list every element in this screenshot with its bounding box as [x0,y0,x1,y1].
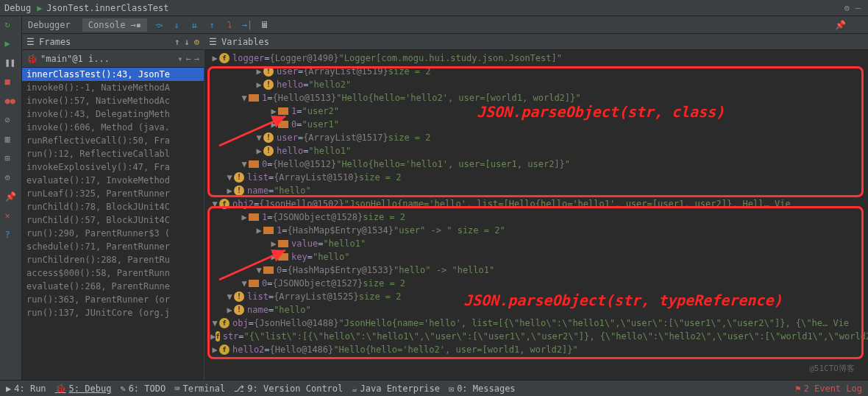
stack-frame[interactable]: schedule():71, ParentRunner [22,240,204,253]
frame-prev-icon[interactable]: ← [186,54,191,64]
evaluate-icon[interactable]: 🖩 [259,19,271,31]
drop-frame-icon[interactable]: ⤵ [224,19,235,31]
stack-frame[interactable]: run():12, ReflectiveCallabl [22,147,204,160]
stack-frame[interactable]: evaluate():17, InvokeMethod [22,174,204,187]
console-tab[interactable]: Console →▪ [82,18,147,32]
resume-icon[interactable]: ▶ [5,38,17,50]
prev-frame-icon[interactable]: ↑ [174,37,179,47]
todo-tool-window[interactable]: ✎ 6: TODO [120,383,166,394]
variable-row[interactable]: ▶!hello = "hello2" [204,78,868,91]
stack-frame[interactable]: access$000():58, ParentRunn [22,266,204,280]
expand-arrow-icon[interactable]: ▶ [210,343,219,356]
next-frame-icon[interactable]: ↓ [185,37,190,47]
expand-arrow-icon[interactable]: ▼ [240,158,249,171]
expand-arrow-icon[interactable]: ▶ [210,52,219,65]
stack-frame[interactable]: evaluate():268, ParentRunne [22,280,204,293]
mute-breakpoints-icon[interactable]: ⊘ [5,115,17,127]
layout-icon[interactable]: ▦ [5,134,17,146]
variable-row[interactable]: ▼1 = {Hello@1513} "Hello{hello='hello2',… [204,91,868,105]
settings-icon[interactable]: ⚙ [844,3,850,13]
restore-layout-icon[interactable]: ⊞ [5,153,17,165]
rerun-icon[interactable]: ↻ [5,19,17,31]
force-step-into-icon[interactable]: ⇊ [188,19,200,31]
variable-row[interactable]: ▶value = "hello1" [204,237,868,250]
expand-arrow-icon[interactable]: ▼ [255,264,263,277]
variable-row[interactable]: ▶1 = {JSONObject@1528} size = 2 [204,211,868,224]
expand-arrow-icon[interactable]: ▼ [255,131,263,144]
expand-arrow-icon[interactable]: ▶ [255,224,263,237]
variable-row[interactable]: ▼0 = {HashMap$Entry@1533} "hello" -> "he… [204,264,868,277]
variable-row[interactable]: ▶flogger = {Logger@1490} "Logger[com.mog… [204,52,868,65]
stack-frame[interactable]: runChildren():288, ParentRu [22,253,204,266]
expand-arrow-icon[interactable]: ▶ [255,78,263,91]
expand-arrow-icon[interactable]: ▼ [240,277,249,290]
run-tool-window[interactable]: ▶ 4: Run [6,383,46,394]
stack-frame[interactable]: runChild():57, BlockJUnit4C [22,213,204,227]
stack-frame[interactable]: invoke0():-1, NativeMethodA [22,81,204,94]
stack-frame[interactable]: run():363, ParentRunner (or [22,293,204,306]
expand-arrow-icon[interactable]: ▶ [269,237,278,250]
terminal-tool-window[interactable]: ⌨ Terminal [174,383,225,394]
stack-frame[interactable]: run():137, JUnitCore (org.j [22,306,204,319]
expand-arrow-icon[interactable]: ▶ [240,211,249,224]
variable-row[interactable]: ▼0 = {Hello@1512} "Hello{hello='hello1',… [204,158,868,171]
stack-frame[interactable]: invoke():43, DelegatingMeth [22,107,204,121]
javaee-tool-window[interactable]: ☕ Java Enterprise [352,383,440,394]
close-icon[interactable]: ✕ [5,211,17,222]
expand-arrow-icon[interactable]: ▼ [210,197,219,211]
debugger-tab[interactable]: Debugger [22,18,77,32]
expand-arrow-icon[interactable]: ▼ [225,171,234,184]
expand-arrow-icon[interactable]: ▶ [255,65,263,78]
stack-frame[interactable]: runLeaf():325, ParentRunner [22,187,204,200]
stack-frame[interactable]: innerClassTest():43, JsonTe [22,68,204,81]
variable-row[interactable]: ▶1 = "user2" [204,105,868,118]
expand-arrow-icon[interactable]: ▶ [255,144,263,158]
expand-arrow-icon[interactable]: ▶ [225,184,234,197]
expand-arrow-icon[interactable]: ▼ [210,317,219,330]
pin-icon[interactable]: 📌 [834,19,846,31]
run-to-cursor-icon[interactable]: →| [241,19,253,31]
variable-row[interactable]: ▶fstr = "{\"list\":[{\"hello\":\"hello1\… [204,330,868,343]
pin-icon-2[interactable]: 📌 [5,191,17,203]
variable-row[interactable]: ▼fobj2 = {JsonHello@1502} "JsonHello{nam… [204,197,868,211]
minimize-icon[interactable]: — [855,3,861,13]
variable-row[interactable]: ▶0 = "user1" [204,118,868,131]
step-over-icon[interactable]: ⤼ [153,19,165,31]
variable-row[interactable]: ▶key = "hello" [204,250,868,264]
variables-tree[interactable]: ▶flogger = {Logger@1490} "Logger[com.mog… [204,50,868,380]
expand-arrow-icon[interactable]: ▶ [269,105,278,118]
frames-list[interactable]: innerClassTest():43, JsonTeinvoke0():-1,… [22,68,204,380]
stack-frame[interactable]: invoke():606, Method (java. [22,121,204,134]
variable-row[interactable]: ▼!list = {ArrayList@1510} size = 2 [204,171,868,184]
stack-frame[interactable]: runReflectiveCall():50, Fra [22,134,204,147]
variable-row[interactable]: ▶!name = "hello" [204,184,868,197]
step-into-icon[interactable]: ↓ [171,19,182,31]
filter-icon[interactable]: ⚙ [194,37,199,47]
vcs-tool-window[interactable]: ⎇ 9: Version Control [234,383,343,394]
variable-row[interactable]: ▼!list = {ArrayList@1525} size = 2 [204,290,868,303]
expand-arrow-icon[interactable]: ▶ [269,250,278,264]
variable-row[interactable]: ▼fobj = {JsonHello@1488} "JsonHello{name… [204,317,868,330]
stack-frame[interactable]: invoke():57, NativeMethodAc [22,94,204,107]
variable-row[interactable]: ▶!name = "hello" [204,303,868,317]
variable-row[interactable]: ▶!hello = "hello1" [204,144,868,158]
messages-tool-window[interactable]: ✉ 0: Messages [449,383,516,394]
expand-arrow-icon[interactable]: ▼ [240,91,249,105]
variable-row[interactable]: ▶!user = {ArrayList@1519} size = 2 [204,65,868,78]
variable-row[interactable]: ▼0 = {JSONObject@1527} size = 2 [204,277,868,290]
variable-row[interactable]: ▼!user = {ArrayList@1517} size = 2 [204,131,868,144]
step-out-icon[interactable]: ↑ [206,19,218,31]
stack-frame[interactable]: run():290, ParentRunner$3 ( [22,227,204,240]
debug-tool-window[interactable]: 🐞 5: Debug [55,383,112,394]
view-breakpoints-icon[interactable]: ●● [5,96,17,107]
expand-arrow-icon[interactable]: ▼ [225,290,234,303]
thread-selector[interactable]: 🐞 "main"@1 i... ▾ ← → [22,50,204,68]
settings-icon-2[interactable]: ⚙ [5,172,17,184]
expand-arrow-icon[interactable]: ▶ [225,303,234,317]
expand-arrow-icon[interactable]: ▶ [269,118,278,131]
help-icon[interactable]: ? [5,230,17,241]
variable-row[interactable]: ▶fhello2 = {Hello@1486} "Hello{hello='he… [204,343,868,356]
variable-row[interactable]: ▶1 = {HashMap$Entry@1534} "user" -> " si… [204,224,868,237]
stack-frame[interactable]: runChild():78, BlockJUnit4C [22,200,204,213]
event-log[interactable]: ⚑ 2 Event Log [795,383,862,394]
